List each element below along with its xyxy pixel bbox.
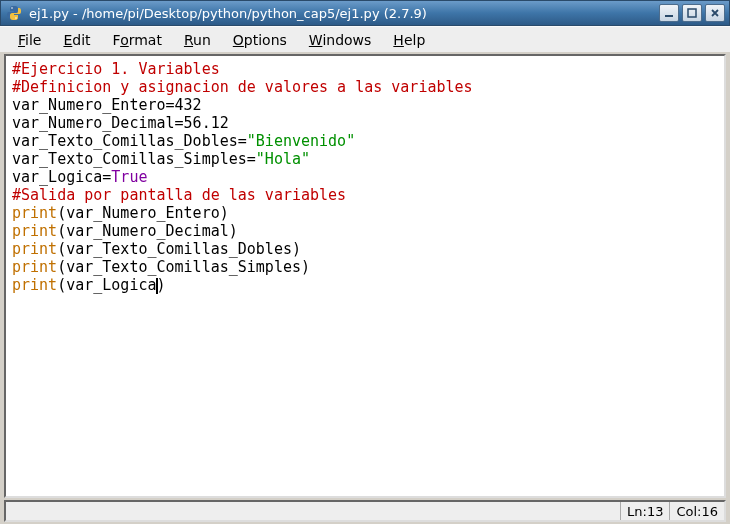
code-line: #Salida por pantalla de las variables bbox=[12, 186, 346, 204]
status-column: Col: 16 bbox=[669, 502, 724, 520]
code-line: (var_Logica bbox=[57, 276, 156, 294]
code-editor[interactable]: #Ejercicio 1. Variables #Definicion y as… bbox=[6, 56, 724, 298]
code-line: (var_Numero_Entero) bbox=[57, 204, 229, 222]
status-line: Ln: 13 bbox=[620, 502, 669, 520]
editor-frame: #Ejercicio 1. Variables #Definicion y as… bbox=[4, 54, 726, 498]
svg-point-0 bbox=[11, 7, 13, 9]
menu-edit[interactable]: Edit bbox=[55, 30, 98, 50]
code-keyword: print bbox=[12, 258, 57, 276]
code-string: "Hola" bbox=[256, 150, 310, 168]
code-line: (var_Numero_Decimal) bbox=[57, 222, 238, 240]
code-line: #Definicion y asignacion de valores a la… bbox=[12, 78, 473, 96]
menu-options[interactable]: Options bbox=[225, 30, 295, 50]
code-keyword: print bbox=[12, 240, 57, 258]
minimize-button[interactable] bbox=[659, 4, 679, 22]
code-string: "Bienvenido" bbox=[247, 132, 355, 150]
menu-format[interactable]: Format bbox=[105, 30, 170, 50]
maximize-button[interactable] bbox=[682, 4, 702, 22]
svg-point-1 bbox=[15, 17, 17, 19]
close-button[interactable] bbox=[705, 4, 725, 22]
code-line: (var_Texto_Comillas_Dobles) bbox=[57, 240, 301, 258]
svg-rect-2 bbox=[665, 15, 673, 17]
code-line: var_Numero_Entero=432 bbox=[12, 96, 202, 114]
statusbar: Ln: 13 Col: 16 bbox=[4, 500, 726, 522]
code-line: var_Numero_Decimal=56.12 bbox=[12, 114, 229, 132]
menu-file[interactable]: File bbox=[10, 30, 49, 50]
menubar: File Edit Format Run Options Windows Hel… bbox=[0, 26, 730, 52]
status-empty bbox=[6, 502, 620, 520]
code-keyword: print bbox=[12, 276, 57, 294]
menu-run[interactable]: Run bbox=[176, 30, 219, 50]
svg-rect-3 bbox=[688, 9, 696, 17]
code-bool: True bbox=[111, 168, 147, 186]
menu-windows[interactable]: Windows bbox=[301, 30, 380, 50]
window-title: ej1.py - /home/pi/Desktop/python/python_… bbox=[29, 6, 659, 21]
code-line: var_Texto_Comillas_Simples= bbox=[12, 150, 256, 168]
window-controls bbox=[659, 4, 725, 22]
code-line: var_Logica= bbox=[12, 168, 111, 186]
code-line: var_Texto_Comillas_Dobles= bbox=[12, 132, 247, 150]
menu-help[interactable]: Help bbox=[385, 30, 433, 50]
code-keyword: print bbox=[12, 222, 57, 240]
code-line: (var_Texto_Comillas_Simples) bbox=[57, 258, 310, 276]
window-titlebar: ej1.py - /home/pi/Desktop/python/python_… bbox=[0, 0, 730, 26]
python-icon bbox=[5, 4, 23, 22]
code-line: ) bbox=[157, 276, 166, 294]
code-keyword: print bbox=[12, 204, 57, 222]
code-line: #Ejercicio 1. Variables bbox=[12, 60, 220, 78]
